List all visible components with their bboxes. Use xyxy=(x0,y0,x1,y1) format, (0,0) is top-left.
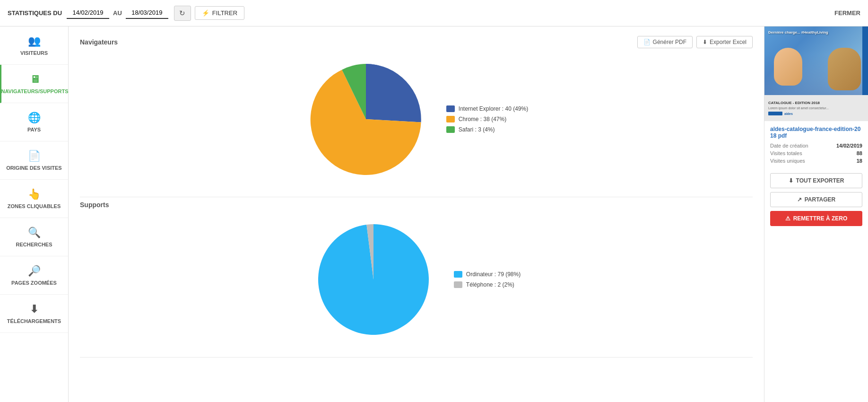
supports-chart-area: Ordinateur : 79 (98%) Téléphone : 2 (2%) xyxy=(80,213,753,346)
sidebar-item-origine[interactable]: 📄 ORIGINE DES VISITES xyxy=(0,141,68,180)
main-content: Navigateurs 📄 Générer PDF ⬇ Exporter Exc… xyxy=(69,26,764,402)
sidebar-item-pages-label: PAGES ZOOMÉES xyxy=(11,280,57,286)
monitor-icon: 🖥 xyxy=(30,73,40,86)
navigateurs-section: Navigateurs 📄 Générer PDF ⬇ Exporter Exc… xyxy=(80,36,753,197)
navigateurs-actions: 📄 Générer PDF ⬇ Exporter Excel xyxy=(637,36,753,48)
filter-button[interactable]: ⚡ FILTRER xyxy=(195,6,244,20)
panel-actions: ⬇ TOUT EXPORTER ↗ PARTAGER ⚠ REMETTRE À … xyxy=(764,168,868,231)
unique-visits-value: 18 xyxy=(857,158,862,164)
sidebar-item-pages[interactable]: 🔎 PAGES ZOOMÉES xyxy=(0,256,68,295)
ordinateur-color xyxy=(454,271,462,278)
safari-label: Safari : 3 (4%) xyxy=(459,126,495,133)
zoom-icon: 🔎 xyxy=(28,265,41,277)
sidebar-item-visiteurs-label: VISITEURS xyxy=(20,50,48,56)
warning-icon: ⚠ xyxy=(785,215,790,222)
total-visits-label: Visites totales xyxy=(770,150,802,156)
click-icon: 👆 xyxy=(28,188,41,201)
doc-name: aldes-catalogue-france-edition-2018 pdf xyxy=(770,126,862,139)
export-excel-button[interactable]: ⬇ Exporter Excel xyxy=(696,36,753,48)
catalogue-photo-area: Dernière charge... #HealthyLiving xyxy=(764,26,868,95)
origin-icon: 📄 xyxy=(28,150,41,162)
au-label: AU xyxy=(113,9,122,17)
filter-icon: ⚡ xyxy=(202,9,209,17)
legend-item-chrome: Chrome : 38 (47%) xyxy=(446,116,528,122)
catalogue-hashtag: Dernière charge... #HealthyLiving xyxy=(768,30,828,35)
legend-item-telephone: Téléphone : 2 (2%) xyxy=(454,281,521,288)
catalogue-image: Dernière charge... #HealthyLiving CATALO… xyxy=(764,26,868,121)
sidebar-item-telechargements[interactable]: ⬇ TÉLÉCHARGEMENTS xyxy=(0,295,68,333)
legend-item-safari: Safari : 3 (4%) xyxy=(446,126,528,133)
catalogue-brand-row: aldes xyxy=(768,112,864,115)
navigateurs-header: Navigateurs 📄 Générer PDF ⬇ Exporter Exc… xyxy=(80,36,753,48)
navigateurs-chart-area: Internet Explorer : 40 (49%) Chrome : 38… xyxy=(80,53,753,185)
sidebar-item-navigateurs-label: NAVIGATEURS/SUPPORTS xyxy=(1,88,69,94)
supports-legend: Ordinateur : 79 (98%) Téléphone : 2 (2%) xyxy=(454,271,521,288)
top-bar: STATISTIQUES DU AU ↻ ⚡ FILTRER FERMER xyxy=(0,0,868,26)
sidebar-item-telechargements-label: TÉLÉCHARGEMENTS xyxy=(7,318,61,324)
close-button[interactable]: FERMER xyxy=(834,9,860,17)
legend-item-ie: Internet Explorer : 40 (49%) xyxy=(446,105,528,112)
total-visits-row: Visites totales 88 xyxy=(770,150,862,156)
catalogue-footer: CATALOGUE - EDITION 2018 Lorem ipsum dol… xyxy=(764,95,868,121)
share-button[interactable]: ↗ PARTAGER xyxy=(770,192,862,207)
navigateurs-legend: Internet Explorer : 40 (49%) Chrome : 38… xyxy=(446,105,528,133)
right-panel: Dernière charge... #HealthyLiving CATALO… xyxy=(764,26,868,402)
legend-item-ordinateur: Ordinateur : 79 (98%) xyxy=(454,271,521,278)
total-visits-value: 88 xyxy=(857,150,862,156)
share-label: PARTAGER xyxy=(805,196,836,203)
doc-info: aldes-catalogue-france-edition-2018 pdf … xyxy=(764,121,868,168)
refresh-button[interactable]: ↻ xyxy=(174,6,191,21)
doc-meta: Date de création 14/02/2019 Visites tota… xyxy=(770,143,862,164)
doc-thumbnail: Dernière charge... #HealthyLiving CATALO… xyxy=(764,26,868,121)
export-excel-label: Exporter Excel xyxy=(710,39,746,45)
export-all-button[interactable]: ⬇ TOUT EXPORTER xyxy=(770,173,862,188)
generate-pdf-label: Générer PDF xyxy=(653,39,686,45)
export-all-icon: ⬇ xyxy=(789,177,793,184)
sidebar-item-pays-label: PAYS xyxy=(27,127,41,132)
sidebar-item-zones-label: ZONES CLIQUABLES xyxy=(8,203,61,209)
visitors-icon: 👥 xyxy=(28,35,41,47)
blue-strip xyxy=(862,26,868,95)
sidebar-item-navigateurs[interactable]: 🖥 NAVIGATEURS/SUPPORTS xyxy=(0,65,68,103)
search-icon: 🔍 xyxy=(28,227,41,239)
catalogue-edition-label: CATALOGUE - EDITION 2018 xyxy=(768,101,864,105)
pdf-icon: 📄 xyxy=(643,39,651,45)
excel-icon: ⬇ xyxy=(703,39,707,45)
download-icon: ⬇ xyxy=(30,303,38,315)
supports-pie-chart xyxy=(312,218,435,341)
reset-label: REMETTRE À ZERO xyxy=(793,215,848,222)
supports-header: Supports xyxy=(80,201,753,209)
supports-section: Supports xyxy=(80,201,753,358)
sidebar-item-origine-label: ORIGINE DES VISITES xyxy=(6,165,61,171)
aldes-logo-text: aldes xyxy=(784,112,793,115)
creation-value: 14/02/2019 xyxy=(836,143,862,149)
telephone-label: Téléphone : 2 (2%) xyxy=(466,281,514,288)
date-to-input[interactable] xyxy=(126,7,168,19)
stats-title: STATISTIQUES DU xyxy=(8,9,62,17)
telephone-color xyxy=(454,281,462,288)
navigateurs-title: Navigateurs xyxy=(80,38,118,46)
creation-label: Date de création xyxy=(770,143,808,149)
ie-color xyxy=(446,105,455,112)
navigateurs-pie-chart xyxy=(304,58,427,181)
unique-visits-label: Visites uniques xyxy=(770,158,805,164)
unique-visits-row: Visites uniques 18 xyxy=(770,158,862,164)
sidebar-item-pays[interactable]: 🌐 PAYS xyxy=(0,103,68,141)
date-from-input[interactable] xyxy=(67,7,109,19)
creation-row: Date de création 14/02/2019 xyxy=(770,143,862,149)
sidebar: 👥 VISITEURS 🖥 NAVIGATEURS/SUPPORTS 🌐 PAY… xyxy=(0,26,69,402)
chrome-label: Chrome : 38 (47%) xyxy=(459,116,506,122)
sidebar-item-recherches[interactable]: 🔍 RECHERCHES xyxy=(0,218,68,256)
sidebar-item-visiteurs[interactable]: 👥 VISITEURS xyxy=(0,26,68,65)
sidebar-item-zones[interactable]: 👆 ZONES CLIQUABLES xyxy=(0,180,68,218)
person-silhouette-1 xyxy=(774,48,802,86)
export-all-label: TOUT EXPORTER xyxy=(796,177,844,184)
aldes-logo-bg xyxy=(768,112,782,115)
share-icon: ↗ xyxy=(797,196,802,203)
reset-button[interactable]: ⚠ REMETTRE À ZERO xyxy=(770,211,862,226)
filter-label: FILTRER xyxy=(212,9,237,17)
chrome-color xyxy=(446,116,455,122)
safari-color xyxy=(446,126,455,133)
generate-pdf-button[interactable]: 📄 Générer PDF xyxy=(637,36,693,48)
supports-title: Supports xyxy=(80,201,109,209)
